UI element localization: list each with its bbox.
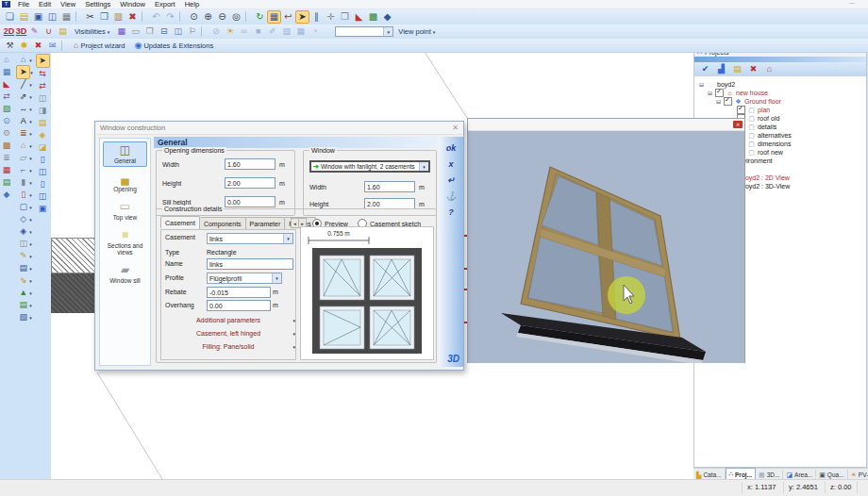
tab-casement[interactable]: Casement (160, 216, 200, 228)
terrain-display-icon[interactable]: ▩ (366, 10, 380, 23)
menu-export[interactable]: Export (150, 0, 180, 8)
brush-icon[interactable]: ✎ (27, 25, 42, 38)
bay-window-tool-icon[interactable]: ◫ (37, 190, 49, 203)
select-mode-icon[interactable]: ➤ (295, 10, 309, 24)
import-tool-icon[interactable]: ⇘ (17, 274, 29, 287)
search-plugin-icon[interactable]: ✱ (17, 40, 31, 52)
magnet-icon[interactable]: ∪ (42, 25, 56, 38)
skylight-tool-icon[interactable]: ▣ (37, 203, 49, 215)
copy-icon[interactable]: ❐ (97, 10, 111, 23)
color-palette-icon[interactable]: ▦ (1, 164, 13, 176)
profile-select[interactable]: Flügelprofil ▾ (207, 273, 282, 284)
lamp-icon[interactable]: ☀ (223, 25, 237, 38)
settings-icon[interactable]: ⚙ (1, 127, 13, 140)
panel-statistics-icon[interactable]: ▟ (713, 64, 729, 74)
tree-checkbox[interactable] (737, 106, 745, 114)
terrain-tool-icon[interactable]: ▲ (17, 287, 29, 299)
undo-icon[interactable]: ↶ (149, 10, 163, 23)
refresh-icon[interactable]: ↻ (253, 10, 267, 23)
apply-button[interactable]: ↵ (439, 175, 463, 185)
save-all-icon[interactable]: ◫ (45, 10, 59, 23)
slab-tool-icon[interactable]: ▱ (17, 152, 29, 164)
zoom-icon[interactable]: ⊙ (187, 10, 201, 23)
dialog-nav-top-view[interactable]: ▭ Top view (103, 198, 147, 223)
background-image-icon[interactable]: ▨ (1, 103, 13, 115)
zoom-out-icon[interactable]: ⊖ (215, 10, 229, 23)
view-2d-icon[interactable]: 2D (3, 25, 15, 38)
select-tool-icon[interactable]: ➤ (16, 65, 30, 79)
overhang-field[interactable] (207, 300, 271, 311)
split-horizontal-icon[interactable]: ⊟ (157, 25, 171, 38)
surface-icon[interactable]: ■ (251, 25, 265, 38)
menu-edit[interactable]: Edit (34, 0, 56, 8)
tab-parameter[interactable]: Parameter (245, 217, 286, 229)
transfer-button[interactable]: ⚓ (439, 191, 463, 201)
tree-checkbox[interactable] (724, 97, 732, 106)
menu-settings[interactable]: Settings (80, 0, 115, 8)
panel-new-folder-icon[interactable]: ▤ (729, 64, 745, 74)
window-type-select[interactable]: ➔ Window with fanlight, 2 casements ▾ (309, 160, 430, 173)
casement-select[interactable]: links ▾ (207, 233, 293, 244)
visibility-grid-icon[interactable]: ▦ (1, 66, 13, 78)
tree-expander[interactable]: ⊟ (699, 81, 707, 88)
redo-icon[interactable]: ↷ (163, 10, 177, 23)
menu-window[interactable]: Window (115, 0, 150, 8)
visibility-matrix-icon[interactable]: ▦ (114, 25, 128, 38)
room-tool-icon[interactable]: ▢ (17, 201, 29, 213)
cancel-button[interactable]: x (439, 159, 463, 169)
viewpoint-select[interactable]: ▾ (335, 26, 393, 37)
grid-display-icon[interactable]: ▦ (293, 25, 308, 38)
tree-expander[interactable]: ⊟ (708, 90, 715, 96)
folder-icon[interactable]: ▤ (56, 25, 70, 38)
tree-expander[interactable]: ⊟ (716, 98, 724, 105)
tree-item-ground-floor[interactable]: ⊟ ❖ Ground floor (697, 97, 866, 106)
project-transfer-icon[interactable]: ⇄ (1, 91, 13, 103)
filling-link[interactable]: Filling: Pane/solid ▾ (167, 343, 290, 350)
camera-icon[interactable]: ⚐ (185, 25, 199, 38)
measure-icon[interactable]: ✛ (324, 10, 338, 23)
dialog-nav-sections[interactable]: ■ Sections and views (103, 226, 147, 258)
cut-icon[interactable]: ✂ (83, 10, 97, 23)
project-wizard-button[interactable]: ⌂ Project wizard (69, 41, 130, 50)
cube-tool-icon[interactable]: ◇ (17, 213, 29, 225)
opening-tool-icon[interactable]: ◨ (37, 105, 49, 117)
sketch-tool-icon[interactable]: ✎ (17, 250, 29, 262)
view-3d-icon[interactable]: 3D (15, 25, 27, 38)
help-button[interactable]: ? (439, 207, 463, 217)
link-icon[interactable]: ∞ (237, 25, 251, 38)
preview-3d-button[interactable]: 3D (447, 354, 459, 364)
select-arrow-icon[interactable]: ➤ (36, 54, 50, 68)
save-icon[interactable]: ▣ (31, 10, 45, 23)
window-tool-icon[interactable]: ▯ (37, 154, 49, 166)
close-icon[interactable]: ✕ (733, 121, 743, 128)
view-3d-viewport[interactable] (468, 131, 744, 363)
layer-tool-icon[interactable]: ▤ (17, 262, 29, 274)
zoom-in-icon[interactable]: ⊕ (201, 10, 215, 23)
panel-home-icon[interactable]: ⌂ (761, 64, 777, 74)
rebate-field[interactable] (207, 287, 271, 298)
search-icon[interactable]: ⊙ (1, 115, 13, 127)
tree-item-new-house[interactable]: ⊟ ⌂ new house (697, 89, 866, 97)
opening-height-field[interactable] (225, 177, 275, 189)
menu-file[interactable]: File (13, 0, 34, 8)
ok-button[interactable]: ok (439, 143, 463, 153)
paste-icon[interactable]: ▥ (111, 10, 125, 23)
copy-view-icon[interactable]: ❐ (338, 10, 352, 23)
object-tool-icon[interactable]: ◈ (17, 225, 29, 238)
view-3d-titlebar[interactable]: ✕ (468, 119, 744, 131)
close-icon[interactable]: ✕ (452, 124, 459, 132)
tab-components[interactable]: Components (199, 217, 246, 229)
column-display-icon[interactable]: ∥ (309, 10, 324, 23)
viewpoint-button[interactable]: View point ▾ (393, 27, 440, 36)
guide-icon[interactable]: ◆ (380, 10, 394, 23)
visibilities-button[interactable]: Visibilities ▾ (70, 27, 114, 36)
opening-width-field[interactable] (225, 158, 275, 170)
dialog-nav-opening[interactable]: ▄ Opening (103, 170, 147, 195)
menu-help[interactable]: Help (180, 0, 204, 8)
french-window-tool-icon[interactable]: ▯ (37, 178, 49, 190)
menu-view[interactable]: View (56, 0, 80, 8)
photo-icon[interactable]: ▤ (1, 176, 13, 189)
wall-tool-icon[interactable]: ⇆ (37, 68, 49, 80)
stairs-tool-icon[interactable]: ≣ (17, 127, 29, 140)
name-field[interactable] (207, 258, 293, 270)
